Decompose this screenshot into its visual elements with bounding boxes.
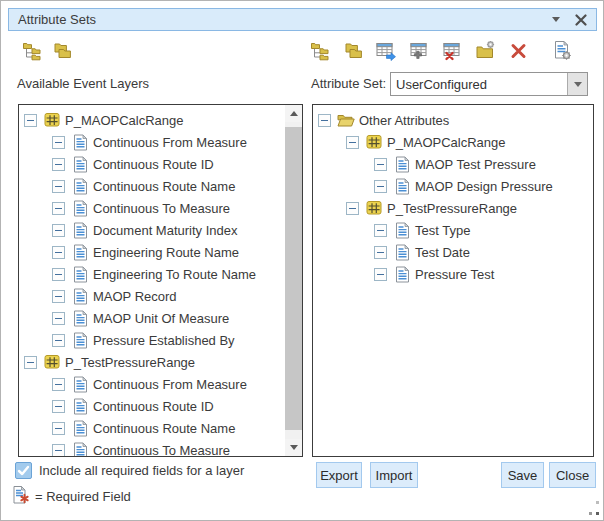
tree-item[interactable]: MAOP Record bbox=[19, 285, 285, 307]
collapse-minus-icon[interactable] bbox=[374, 246, 387, 259]
scrollbar-thumb[interactable] bbox=[285, 127, 302, 430]
remove-event-layer-table-icon[interactable] bbox=[441, 39, 463, 61]
tree-item[interactable]: P_TestPressureRange bbox=[313, 197, 593, 219]
event-table-icon bbox=[43, 353, 61, 371]
field-icon bbox=[71, 397, 89, 415]
collapse-minus-icon[interactable] bbox=[52, 378, 65, 391]
tree-item[interactable]: P_MAOPCalcRange bbox=[313, 131, 593, 153]
tree-item[interactable]: Test Date bbox=[313, 241, 593, 263]
dropdown-arrow-button[interactable] bbox=[567, 73, 587, 95]
tree-item-label: Test Type bbox=[415, 223, 470, 238]
report-settings-icon[interactable] bbox=[551, 39, 573, 61]
field-icon bbox=[71, 221, 89, 239]
resize-grip[interactable] bbox=[585, 501, 600, 516]
collapse-minus-icon[interactable] bbox=[346, 136, 359, 149]
tree-item[interactable]: Document Maturity Index bbox=[19, 219, 285, 241]
field-icon bbox=[71, 287, 89, 305]
tree-item[interactable]: P_TestPressureRange bbox=[19, 351, 285, 373]
collapse-minus-icon[interactable] bbox=[52, 422, 65, 435]
tree-item-label: Pressure Established By bbox=[93, 333, 235, 348]
folder-open-icon bbox=[337, 111, 355, 129]
tree-item-label: Pressure Test bbox=[415, 267, 494, 282]
field-icon bbox=[71, 199, 89, 217]
collapse-minus-icon[interactable] bbox=[52, 290, 65, 303]
collapse-minus-icon[interactable] bbox=[52, 334, 65, 347]
collapse-minus-icon[interactable] bbox=[52, 312, 65, 325]
attribute-set-dropdown[interactable]: UserConfigured bbox=[390, 72, 588, 96]
scroll-up-icon[interactable] bbox=[285, 105, 302, 122]
available-event-layers-label: Available Event Layers bbox=[17, 76, 149, 91]
field-icon bbox=[393, 265, 411, 283]
attribute-set-tree-icon[interactable] bbox=[309, 39, 331, 61]
collapse-minus-icon[interactable] bbox=[374, 158, 387, 171]
collapse-minus-icon[interactable] bbox=[24, 356, 37, 369]
collapse-minus-icon[interactable] bbox=[52, 400, 65, 413]
include-required-fields-checkbox[interactable] bbox=[15, 462, 32, 479]
tree-item[interactable]: Continuous To Measure bbox=[19, 197, 285, 219]
tree-item[interactable]: Continuous From Measure bbox=[19, 131, 285, 153]
tree-item[interactable]: MAOP Test Pressure bbox=[313, 153, 593, 175]
tree-item[interactable]: Test Type bbox=[313, 219, 593, 241]
tree-item[interactable]: Engineering Route Name bbox=[19, 241, 285, 263]
tree-item[interactable]: Continuous Route ID bbox=[19, 395, 285, 417]
collapse-minus-icon[interactable] bbox=[52, 444, 65, 457]
tree-item[interactable]: MAOP Design Pressure bbox=[313, 175, 593, 197]
close-button[interactable]: Close bbox=[549, 462, 596, 488]
tree-item[interactable]: Pressure Test bbox=[313, 263, 593, 285]
vertical-scrollbar[interactable] bbox=[285, 105, 302, 456]
attribute-sets-dialog: Attribute Sets bbox=[0, 0, 604, 521]
field-icon bbox=[71, 375, 89, 393]
tree-item[interactable]: Continuous To Measure bbox=[19, 439, 285, 456]
field-icon bbox=[71, 309, 89, 327]
collapse-minus-icon[interactable] bbox=[52, 246, 65, 259]
collapse-minus-icon[interactable] bbox=[346, 202, 359, 215]
collapse-dialog-icon[interactable] bbox=[552, 17, 560, 22]
tree-item-label: Test Date bbox=[415, 245, 470, 260]
tree-item-label: Engineering Route Name bbox=[93, 245, 239, 260]
export-event-layer-table-icon[interactable] bbox=[375, 39, 397, 61]
close-icon[interactable] bbox=[575, 14, 587, 26]
tree-item[interactable]: MAOP Unit Of Measure bbox=[19, 307, 285, 329]
collapse-minus-icon[interactable] bbox=[52, 224, 65, 237]
collapse-minus-icon[interactable] bbox=[374, 224, 387, 237]
collapse-minus-icon[interactable] bbox=[52, 180, 65, 193]
event-table-icon bbox=[365, 133, 383, 151]
tree-item-label: Continuous To Measure bbox=[93, 201, 230, 216]
open-folder-icon[interactable] bbox=[342, 39, 364, 61]
tree-item[interactable]: Continuous From Measure bbox=[19, 373, 285, 395]
scroll-down-icon[interactable] bbox=[285, 439, 302, 456]
collapse-minus-icon[interactable] bbox=[52, 268, 65, 281]
collapse-minus-icon[interactable] bbox=[52, 158, 65, 171]
save-button[interactable]: Save bbox=[501, 462, 544, 488]
collapse-minus-icon[interactable] bbox=[374, 180, 387, 193]
new-attribute-set-tree-icon[interactable] bbox=[21, 39, 43, 61]
tree-item[interactable]: P_MAOPCalcRange bbox=[19, 109, 285, 131]
collapse-minus-icon[interactable] bbox=[52, 136, 65, 149]
export-button[interactable]: Export bbox=[316, 462, 362, 488]
tree-item-label: Document Maturity Index bbox=[93, 223, 238, 238]
required-field-legend: = Required Field bbox=[35, 489, 131, 504]
collapse-minus-icon[interactable] bbox=[24, 114, 37, 127]
field-icon bbox=[393, 221, 411, 239]
tree-item[interactable]: Other Attributes bbox=[313, 109, 593, 131]
add-event-layer-table-icon[interactable] bbox=[408, 39, 430, 61]
tree-item[interactable]: Continuous Route Name bbox=[19, 175, 285, 197]
tree-item[interactable]: Pressure Established By bbox=[19, 329, 285, 351]
open-attribute-set-folder-icon[interactable] bbox=[51, 39, 73, 61]
required-field-icon bbox=[12, 485, 32, 506]
collapse-minus-icon[interactable] bbox=[374, 268, 387, 281]
delete-icon[interactable] bbox=[507, 39, 529, 61]
folder-settings-icon[interactable] bbox=[474, 39, 496, 61]
collapse-minus-icon[interactable] bbox=[318, 114, 331, 127]
attribute-set-panel: Other AttributesP_MAOPCalcRangeMAOP Test… bbox=[312, 104, 594, 457]
tree-item[interactable]: Continuous Route ID bbox=[19, 153, 285, 175]
tree-item[interactable]: Continuous Route Name bbox=[19, 417, 285, 439]
tree-item[interactable]: Engineering To Route Name bbox=[19, 263, 285, 285]
field-icon bbox=[71, 441, 89, 456]
dialog-titlebar[interactable]: Attribute Sets bbox=[8, 8, 597, 31]
import-button[interactable]: Import bbox=[370, 462, 418, 488]
field-icon bbox=[393, 243, 411, 261]
collapse-minus-icon[interactable] bbox=[52, 202, 65, 215]
tree-item-label: MAOP Design Pressure bbox=[415, 179, 553, 194]
tree-item-label: MAOP Unit Of Measure bbox=[93, 311, 229, 326]
